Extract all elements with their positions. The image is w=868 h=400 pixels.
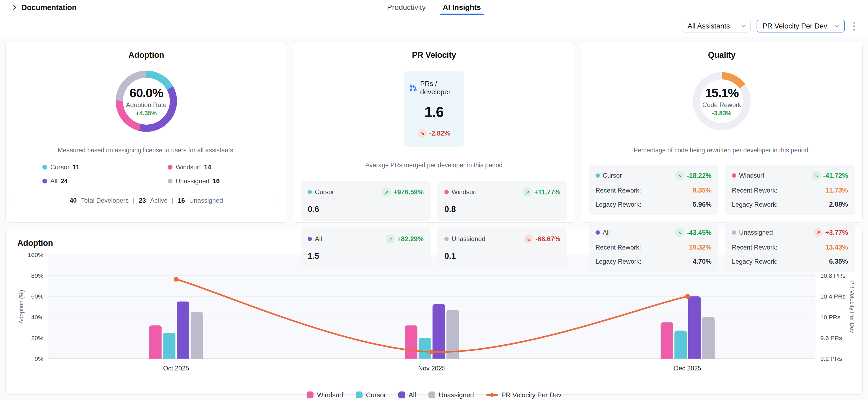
svg-text:Dec 2025: Dec 2025 <box>674 365 702 372</box>
trend-value: -86.67% <box>535 235 560 243</box>
pr-tile-windsurf: Windsurf ↗+11.77% 0.8 <box>437 181 567 221</box>
trend-badge: ↘-18.22% <box>675 171 712 180</box>
chart-legend-item[interactable]: PR Velocity Per Dev <box>486 391 561 399</box>
chart-legend-item[interactable]: Windsurf <box>307 391 343 399</box>
unassigned-label: Unassigned <box>189 197 223 204</box>
legend-label: Windsurf <box>317 391 343 399</box>
recent-rework-value: 10.32% <box>689 243 712 251</box>
pr-tile-unassigned: Unassigned ↘-86.67% 0.1 <box>437 228 567 268</box>
prs-per-developer-value: 1.6 <box>425 104 443 120</box>
windsurf-dot-icon <box>732 173 736 178</box>
cursor-dot-icon <box>308 190 312 194</box>
quality-tile-unassigned: Unassigned ↗+3.77% Recent Rework:13.43% … <box>725 222 855 272</box>
adoption-description: Measured based on assigning license to u… <box>13 147 279 154</box>
legend-line-icon <box>486 393 498 397</box>
legacy-rework-label: Legacy Rework: <box>732 258 778 265</box>
tile-label: Unassigned <box>452 235 486 243</box>
svg-text:PR Velocity Per Dev: PR Velocity Per Dev <box>849 280 855 333</box>
pr-velocity-card: PR Velocity PRs / developer 1.6 ↘ -2.82% <box>293 41 575 223</box>
svg-text:Oct 2025: Oct 2025 <box>163 365 189 372</box>
legend-value: 24 <box>61 177 68 185</box>
tile-value: 0.6 <box>308 204 424 214</box>
legend-value: 16 <box>213 177 220 185</box>
svg-text:60%: 60% <box>31 293 43 300</box>
pr-tile-all: All ↗+82.29% 1.5 <box>301 228 431 268</box>
legend-item-windsurf: Windsurf 14 <box>168 164 250 171</box>
windsurf-dot-icon <box>168 165 173 170</box>
trend-value: +11.77% <box>534 188 560 196</box>
unassigned-value: 16 <box>178 197 185 204</box>
assistants-select[interactable]: All Assistants <box>682 20 751 32</box>
trend-value: +82.29% <box>397 235 424 243</box>
adoption-legend: Cursor 11 Windsurf 14 All 24 Unassigned … <box>42 164 250 185</box>
recent-rework-value: 13.43% <box>825 243 848 251</box>
breadcrumb-label: Documentation <box>21 3 76 12</box>
trend-badge: ↗+976.59% <box>382 188 424 197</box>
tile-label: Unassigned <box>739 229 773 236</box>
svg-text:10.8 PRs: 10.8 PRs <box>820 272 845 279</box>
pr-velocity-card-title: PR Velocity <box>301 50 567 60</box>
legend-label: Unassigned <box>176 177 210 185</box>
trend-badge: ↗+3.77% <box>814 228 848 237</box>
total-developers-value: 40 <box>69 197 77 204</box>
chart-legend-item[interactable]: Unassigned <box>428 391 474 399</box>
legend-label: Cursor <box>366 391 386 399</box>
tab-productivity[interactable]: Productivity <box>385 0 427 15</box>
trend-badge: ↘-41.72% <box>812 171 848 180</box>
legacy-rework-value: 2.88% <box>829 201 848 208</box>
trend-value: -43.45% <box>687 229 712 236</box>
svg-text:9.6 PRs: 9.6 PRs <box>820 334 842 341</box>
tile-label: Cursor <box>315 188 334 196</box>
legacy-rework-label: Legacy Rework: <box>732 201 778 208</box>
recent-rework-label: Recent Rework: <box>595 187 641 194</box>
legend-item-unassigned: Unassigned 16 <box>168 177 250 185</box>
legend-swatch-icon <box>398 392 405 398</box>
breadcrumb[interactable]: Documentation <box>11 3 76 12</box>
more-options-icon[interactable] <box>851 20 858 33</box>
svg-text:9.2 PRs: 9.2 PRs <box>820 355 842 362</box>
trend-badge: ↗+11.77% <box>523 188 560 197</box>
unassigned-dot-icon <box>168 179 173 184</box>
svg-text:Nov 2025: Nov 2025 <box>418 365 446 372</box>
trend-arrow-icon: ↗ <box>382 188 391 197</box>
pr-tile-cursor: Cursor ↗+976.59% 0.6 <box>301 181 431 221</box>
prs-per-developer-box: PRs / developer 1.6 ↘ -2.82% <box>404 71 464 147</box>
legend-item-cursor: Cursor 11 <box>42 164 168 171</box>
quality-tile-all: All ↘-43.45% Recent Rework:10.32% Legacy… <box>589 222 719 272</box>
chart-legend-item[interactable]: All <box>398 391 416 399</box>
trend-arrow-icon: ↗ <box>523 188 532 197</box>
metric-select-value: PR Velocity Per Dev <box>763 22 827 30</box>
legend-label: Cursor <box>51 164 69 171</box>
svg-text:20%: 20% <box>31 334 43 341</box>
recent-rework-label: Recent Rework: <box>595 244 641 251</box>
active-label: Active <box>150 197 167 204</box>
recent-rework-value: 11.73% <box>826 187 848 194</box>
legend-label: All <box>409 391 416 399</box>
recent-rework-label: Recent Rework: <box>732 187 777 194</box>
chart-legend-item[interactable]: Cursor <box>355 391 386 399</box>
trend-arrow-icon: ↘ <box>418 129 427 138</box>
legacy-rework-value: 5.96% <box>692 201 712 208</box>
trend-arrow-icon: ↗ <box>814 228 823 237</box>
dashboard-content: Adoption 60.0% Adoption Rate +4.35% Meas… <box>0 37 868 395</box>
tab-ai-insights[interactable]: AI Insights <box>441 0 483 15</box>
chevron-right-icon <box>11 4 18 11</box>
code-rework-trend: -3.83% <box>712 110 732 117</box>
adoption-donut-chart: 60.0% Adoption Rate +4.35% <box>116 71 177 132</box>
chart-legend: WindsurfCursorAllUnassignedPR Velocity P… <box>13 391 855 399</box>
svg-text:10 PRs: 10 PRs <box>820 314 840 321</box>
legend-label: Windsurf <box>176 164 201 171</box>
trend-value: -2.82% <box>429 129 450 137</box>
adoption-donut-center: 60.0% Adoption Rate +4.35% <box>116 71 177 132</box>
trend-badge: ↘-86.67% <box>524 234 560 243</box>
trend-arrow-icon: ↘ <box>675 171 684 180</box>
separator: | <box>172 197 174 204</box>
legend-value: 14 <box>204 164 211 171</box>
metric-select[interactable]: PR Velocity Per Dev <box>756 20 845 32</box>
trend-badge: ↗+82.29% <box>386 234 424 243</box>
unassigned-dot-icon <box>732 230 736 235</box>
chevron-down-icon <box>834 23 840 29</box>
quality-gauge-center: 15.1% Code Rework -3.83% <box>692 72 751 130</box>
prs-per-developer-trend: ↘ -2.82% <box>418 129 450 138</box>
trend-value: +3.77% <box>825 229 848 236</box>
